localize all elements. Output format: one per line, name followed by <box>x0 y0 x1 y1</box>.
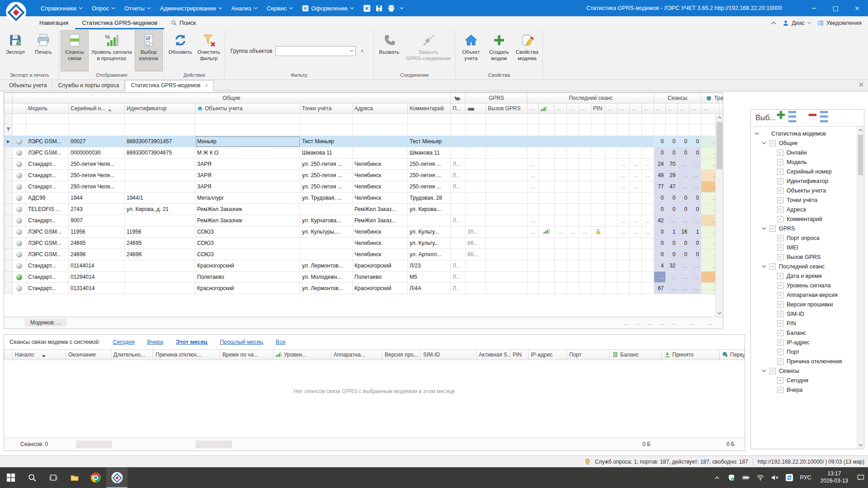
cell-ind[interactable] <box>5 260 13 272</box>
cell-ident[interactable]: 11956 <box>125 226 195 238</box>
cell-serial[interactable]: 01144014 <box>69 260 125 272</box>
cell-ident[interactable] <box>125 283 195 294</box>
cell-objects[interactable]: ЗАРЯ <box>195 170 300 181</box>
modem-row-8[interactable]: Стандарт...9007РемЖил Заказчикул. Курчат… <box>5 215 724 226</box>
cell-ls_port[interactable] <box>630 147 642 159</box>
modem-row-10[interactable]: ЛЭРС GSM...2469524695СОЮЗЧелябинскул. Ку… <box>5 238 724 249</box>
cell-ls_rsn[interactable] <box>642 204 654 215</box>
cell-comment[interactable] <box>408 215 451 226</box>
cell-ls_hw[interactable] <box>555 215 567 226</box>
column-header-ls_rsn[interactable]: ... <box>642 103 654 114</box>
cell-ls_bal[interactable] <box>605 260 618 272</box>
cell-ls_bal[interactable] <box>605 181 618 192</box>
band-sess[interactable]: Сеансы <box>654 93 701 103</box>
cell-objects[interactable]: СОЮЗ <box>195 249 300 260</box>
cell-online[interactable] <box>13 192 26 204</box>
column-header-ls_date[interactable]: ... <box>528 103 539 114</box>
cell-points[interactable]: ул. Культуры,... <box>300 226 353 238</box>
tree-item-статистика-модемов[interactable]: Статистика модемов <box>751 129 864 138</box>
cell-ind[interactable] <box>5 159 13 170</box>
cell-s4[interactable]: 0 <box>689 204 701 215</box>
cell-s3[interactable]: ... <box>678 159 689 170</box>
cell-comment[interactable]: 250-летия ... <box>408 159 451 170</box>
column-header-ls_ip[interactable]: ... <box>618 103 630 114</box>
cell-ls_hw[interactable] <box>555 204 567 215</box>
cell-s4[interactable]: 0 <box>689 249 701 260</box>
cell-objects[interactable]: ЗАРЯ <box>195 181 300 192</box>
cell-s1[interactable]: 24 <box>654 159 666 170</box>
cell-s4[interactable]: ... <box>689 272 701 283</box>
cell-ls_sig[interactable] <box>539 170 555 181</box>
cell-ls_bal[interactable] <box>605 192 618 204</box>
grid-new-row[interactable] <box>5 114 724 124</box>
cell-model[interactable]: Стандарт... <box>26 260 69 272</box>
cell-ls_fw[interactable] <box>567 159 579 170</box>
tree-item-онлайн[interactable]: ✓Онлайн <box>751 148 864 157</box>
cell-s1[interactable]: 67 <box>654 283 666 294</box>
cell-ls_rsn[interactable]: ... <box>642 170 654 181</box>
sessions-column-аппаратна-[interactable]: Аппаратна... <box>331 350 382 360</box>
cell-points[interactable]: ул. Лермонтов... <box>300 260 353 272</box>
cell-online[interactable] <box>13 136 26 147</box>
cell-ls_fw[interactable] <box>567 272 579 283</box>
cell-ls_pin[interactable] <box>591 226 605 238</box>
cell-s4[interactable]: ... <box>689 159 701 170</box>
sessions-link-все[interactable]: Все <box>276 339 286 345</box>
cell-ls_date[interactable] <box>528 192 539 204</box>
grid-vertical-scrollbar[interactable] <box>715 114 723 317</box>
cell-s3[interactable]: 0 <box>678 204 689 215</box>
ribbon-button-выбор[interactable]: Выбор колонок <box>135 30 163 71</box>
sessions-column-порт[interactable]: Порт <box>567 350 610 360</box>
checkbox-checked[interactable]: ✓ <box>777 311 783 317</box>
cell-call[interactable] <box>486 226 528 238</box>
checkbox-checked[interactable]: ✓ <box>777 273 783 279</box>
cell-ls_rsn[interactable]: ... <box>642 215 654 226</box>
sessions-link-сегодня[interactable]: Сегодня <box>113 339 135 345</box>
cell-ls_date[interactable]: ... <box>528 226 539 238</box>
cell-call[interactable] <box>486 181 528 192</box>
cell-ls_fw[interactable] <box>567 204 579 215</box>
cell-ls_bal[interactable] <box>605 170 618 181</box>
sessions-column-принято[interactable]: Принято <box>662 350 720 360</box>
cell-addr[interactable]: РемЖил Заказ... <box>353 204 408 215</box>
cell-ls_port[interactable] <box>630 192 642 204</box>
cell-ls_pin[interactable] <box>591 147 605 159</box>
cell-imei[interactable] <box>466 204 486 215</box>
cell-ident[interactable] <box>125 181 195 192</box>
qat-print-icon[interactable] <box>387 5 395 12</box>
sessions-column-начало[interactable]: Начало <box>13 350 66 360</box>
sessions-link-этот-месяц[interactable]: Этот месяц <box>176 339 208 345</box>
cell-ls_fw[interactable] <box>567 181 579 192</box>
checkbox-checked[interactable]: ✓ <box>777 339 783 346</box>
sessions-column-sim-id[interactable]: SIM-ID <box>421 350 476 360</box>
cell-ls_ip[interactable] <box>618 249 630 260</box>
cell-p[interactable]: Л... <box>451 283 466 294</box>
band-ls[interactable]: Последний сеанс <box>528 93 654 103</box>
cell-ls_bal[interactable] <box>605 159 618 170</box>
cell-online[interactable] <box>13 249 26 260</box>
tree-item-модель[interactable]: ✓Модель <box>751 157 864 167</box>
column-header-ls_hw[interactable]: ... <box>555 103 567 114</box>
cell-online[interactable] <box>13 170 26 181</box>
cell-ls_sim[interactable] <box>579 272 591 283</box>
cell-s3[interactable]: ... <box>678 260 689 272</box>
cell-imei[interactable] <box>466 192 486 204</box>
add-column-icon[interactable] <box>776 110 797 126</box>
cell-ls_sim[interactable] <box>579 204 591 215</box>
tree-item-дата-и-время[interactable]: ✓Дата и время <box>751 271 864 281</box>
language-indicator[interactable]: РУС <box>797 474 815 481</box>
cell-comment[interactable]: Шмакова 11 <box>408 147 451 159</box>
cell-addr[interactable] <box>353 147 408 159</box>
modem-row-12[interactable]: Стандарт...01144014Красногорскийул. Лерм… <box>5 260 724 272</box>
cell-s2[interactable]: 29 <box>666 170 678 181</box>
tree-item-сегодня[interactable]: ✓Сегодня <box>751 375 864 385</box>
cell-imei[interactable] <box>466 215 486 226</box>
notification-center-button[interactable] <box>854 467 868 488</box>
cell-s1[interactable]: 0 <box>654 192 666 204</box>
cell-ind[interactable] <box>5 249 13 260</box>
cell-ls_rsn[interactable] <box>642 260 654 272</box>
cell-model[interactable]: ЛЭРС GSM... <box>26 226 69 238</box>
cell-ind[interactable] <box>5 215 13 226</box>
ribbon-button-создать[interactable]: Создать модем <box>485 30 513 71</box>
cell-model[interactable]: Стандарт... <box>26 159 69 170</box>
